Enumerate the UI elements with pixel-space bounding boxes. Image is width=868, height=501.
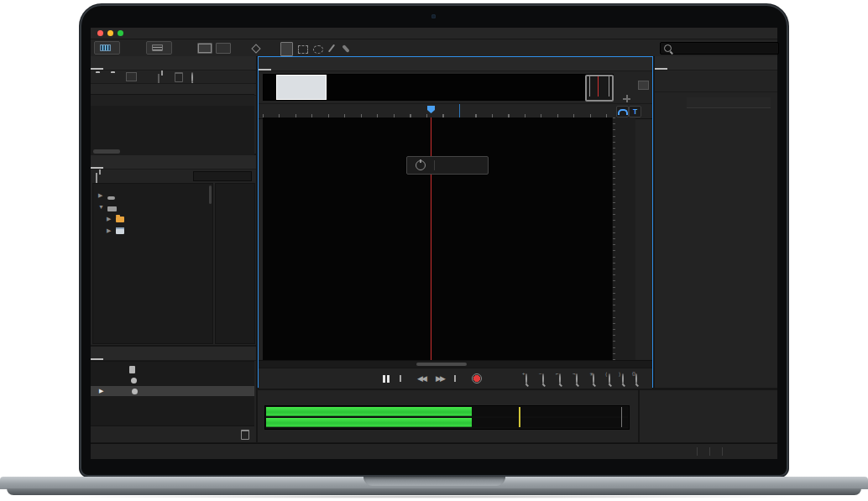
marquee-selection-tool-icon[interactable] (298, 45, 308, 54)
minimize-window-button[interactable] (107, 30, 113, 36)
files-search-icon[interactable] (191, 72, 193, 83)
files-list (91, 94, 254, 157)
tab-separator (123, 155, 133, 169)
content-filter-field[interactable] (193, 171, 252, 181)
tab-favorites[interactable] (103, 56, 113, 70)
playhead-line[interactable] (431, 117, 431, 360)
tab-editor[interactable] (259, 57, 271, 70)
laptop-shadow (50, 495, 818, 498)
tree-item-volumes[interactable]: ▼ (98, 204, 121, 210)
go-to-end-button[interactable] (453, 373, 456, 384)
record-dot-icon (131, 378, 137, 384)
pin-icon: T (633, 108, 637, 115)
meter-right-fill (266, 418, 472, 427)
brush-selection-tool-icon[interactable] (328, 44, 335, 53)
tab-files[interactable] (91, 56, 103, 70)
zoom-in-point-button[interactable]: ⟨ (609, 374, 610, 384)
meter-scale (258, 431, 638, 441)
title-bar (91, 28, 777, 39)
peak-indicator (519, 407, 520, 427)
tree-item-shortcuts[interactable]: ▶ (98, 192, 119, 199)
tab-levels[interactable] (258, 390, 270, 403)
levels-panel (258, 390, 638, 442)
new-file-icon[interactable] (126, 72, 137, 81)
files-panel (91, 56, 256, 154)
media-import-icon[interactable] (96, 173, 97, 183)
monitor-headphone-button[interactable] (616, 106, 629, 117)
zoom-out-point-button[interactable]: ⟩ (622, 374, 624, 384)
preset-field[interactable] (687, 97, 771, 108)
time-selection-tool-icon[interactable] (280, 42, 293, 56)
zoom-out-time-button[interactable]: ¬ (576, 374, 578, 384)
playhead-marker[interactable] (427, 106, 435, 113)
go-to-start-button[interactable] (400, 373, 402, 384)
tab-media-browser[interactable] (91, 155, 103, 169)
volume-knob-icon[interactable] (416, 160, 426, 170)
amplitude-scale (612, 117, 635, 360)
history-item-record-1[interactable] (91, 375, 254, 385)
pause-button[interactable] (383, 373, 390, 384)
zoom-reset-button[interactable]: ✳ (593, 374, 594, 384)
transport-bar: ◀◀ ▶▶ + − ⌐ ¬ ✳ ⟨ ⟩ {} (259, 368, 652, 389)
pin-button[interactable]: T (629, 106, 641, 117)
panel-overflow-icon[interactable] (133, 155, 144, 169)
laptop-base-edge (7, 488, 861, 495)
current-state-icon: ▶ (99, 388, 103, 394)
tab-mixer[interactable] (283, 57, 293, 70)
spot-healing-tool-icon[interactable] (342, 44, 350, 53)
help-search-box[interactable] (660, 42, 779, 55)
main-toolbar (91, 39, 777, 57)
selection-view-panel (640, 390, 777, 442)
show-waveform-icon[interactable] (197, 43, 212, 54)
fast-forward-button[interactable]: ▶▶ (436, 373, 444, 384)
media-tree: ▶ ▼ ▶ ▶ (92, 183, 213, 344)
tree-item-disk[interactable]: ▶ (107, 227, 128, 234)
waveform-view-button[interactable] (94, 41, 120, 55)
lasso-selection-tool-icon[interactable] (313, 45, 323, 54)
folder-icon (116, 217, 124, 222)
tab-essential-sound[interactable] (655, 56, 667, 70)
record-button[interactable] (472, 373, 482, 384)
record-dot-icon (132, 389, 138, 394)
level-meter (264, 405, 630, 430)
delete-history-icon[interactable] (241, 430, 249, 440)
zoom-in-time-button[interactable]: ⌐ (559, 374, 561, 384)
history-item-open[interactable] (91, 364, 254, 374)
file-row[interactable] (91, 95, 254, 106)
hscrollbar-thumb[interactable] (416, 363, 467, 366)
tab-history[interactable] (91, 347, 103, 360)
media-browser-panel: ▶ ▼ ▶ ▶ (91, 155, 256, 345)
tab-video[interactable] (103, 347, 113, 360)
tab-effects-rack[interactable] (103, 155, 113, 169)
webcam (431, 14, 436, 18)
tree-vscrollbar[interactable] (209, 185, 212, 204)
zoom-navigator[interactable] (585, 75, 614, 102)
zoom-selection-button[interactable]: {} (635, 374, 637, 384)
zoom-out-button[interactable]: − (542, 374, 544, 384)
zoom-in-button[interactable]: + (526, 374, 527, 384)
close-window-button[interactable] (97, 30, 103, 36)
rewind-button[interactable]: ◀◀ (417, 373, 426, 384)
tab-selection-view[interactable] (640, 390, 652, 403)
multitrack-view-button[interactable] (146, 41, 172, 55)
editor-panel: T ◀◀ ▶▶ (258, 56, 653, 388)
razor-tool-icon[interactable] (251, 44, 260, 53)
meter-left-fill (266, 407, 472, 416)
key-icon (107, 196, 115, 200)
drive-icon (107, 206, 117, 211)
adobe-audition-window: ▶ ▼ ▶ ▶ (91, 28, 777, 459)
volume-hud[interactable] (406, 156, 489, 175)
overview-selection[interactable] (276, 75, 327, 100)
tree-item-maczl[interactable]: ▶ (107, 216, 128, 222)
zoom-window-button[interactable] (118, 30, 123, 36)
essential-sound-panel (655, 56, 777, 388)
show-spectral-icon[interactable] (216, 43, 231, 54)
media-content-list (215, 183, 255, 344)
history-item-record-2[interactable]: ▶ (91, 386, 254, 396)
waveform-canvas[interactable] (263, 117, 612, 360)
tab-markers[interactable] (113, 155, 123, 169)
files-hscrollbar[interactable] (93, 149, 120, 154)
search-input[interactable] (675, 44, 762, 54)
delete-icon[interactable] (175, 72, 183, 82)
search-icon (664, 44, 672, 52)
